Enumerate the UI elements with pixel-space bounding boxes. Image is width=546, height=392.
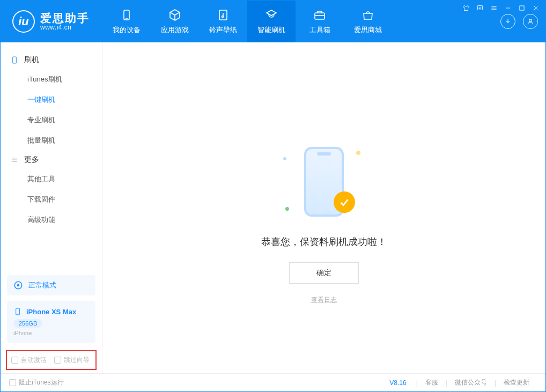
device-name: iPhone XS Max <box>26 308 76 316</box>
footer-link-wechat[interactable]: 微信公众号 <box>447 378 495 387</box>
device-icon <box>120 8 134 22</box>
sidebar-section-more: 更多 <box>1 151 102 169</box>
checkbox-icon <box>54 357 61 364</box>
main-nav: 我的设备 应用游戏 铃声壁纸 智能刷机 工具箱 爱思商城 <box>102 1 392 42</box>
nav-label: 铃声壁纸 <box>209 25 237 35</box>
device-storage: 256GB <box>13 319 42 328</box>
cube-icon <box>168 8 182 22</box>
footer: 阻止iTunes运行 V8.16 | 客服 | 微信公众号 | 检查更新 <box>1 373 545 391</box>
account-button[interactable] <box>523 14 538 29</box>
logo-icon: iu <box>12 10 35 33</box>
nav-tab-toolbox[interactable]: 工具箱 <box>296 1 344 42</box>
nav-label: 智能刷机 <box>257 25 285 35</box>
ok-button[interactable]: 确定 <box>289 262 359 284</box>
menu-icon[interactable] <box>490 4 498 12</box>
main-content: 恭喜您，保资料刷机成功啦！ 确定 查看日志 <box>102 42 545 373</box>
shop-icon <box>361 8 375 22</box>
download-button[interactable] <box>500 14 515 29</box>
toolbox-icon <box>313 8 327 22</box>
svg-rect-14 <box>520 6 524 10</box>
app-logo: iu 爱思助手 www.i4.cn <box>1 1 102 42</box>
nav-tab-apps[interactable]: 应用游戏 <box>151 1 199 42</box>
sidebar-section-flash: 刷机 <box>1 51 102 69</box>
mode-icon <box>13 280 23 290</box>
body: 刷机 iTunes刷机 一键刷机 专业刷机 批量刷机 更多 其他工具 下载固件 … <box>1 42 545 373</box>
sidebar-item-other-tools[interactable]: 其他工具 <box>1 169 102 189</box>
success-message: 恭喜您，保资料刷机成功啦！ <box>261 235 387 248</box>
svg-point-3 <box>222 16 224 18</box>
sidebar-item-onekey-flash[interactable]: 一键刷机 <box>1 90 102 110</box>
view-log-link[interactable]: 查看日志 <box>311 295 337 305</box>
nav-label: 我的设备 <box>113 25 141 35</box>
sidebar: 刷机 iTunes刷机 一键刷机 专业刷机 批量刷机 更多 其他工具 下载固件 … <box>1 42 102 373</box>
nav-label: 应用游戏 <box>161 25 189 35</box>
footer-link-support[interactable]: 客服 <box>418 378 446 387</box>
logo-text: 爱思助手 www.i4.cn <box>40 12 90 31</box>
svg-rect-17 <box>13 57 17 63</box>
close-button[interactable] <box>532 4 540 12</box>
skip-guide-checkbox[interactable]: 跳过向导 <box>54 356 90 365</box>
footer-right: V8.16 | 客服 | 微信公众号 | 检查更新 <box>389 378 537 387</box>
list-icon <box>10 156 19 164</box>
feedback-icon[interactable] <box>476 4 484 12</box>
check-badge-icon <box>334 191 355 213</box>
window-controls <box>462 4 540 12</box>
sidebar-item-download-firmware[interactable]: 下载固件 <box>1 189 102 210</box>
version-label: V8.16 <box>389 379 406 387</box>
sidebar-item-itunes-flash[interactable]: iTunes刷机 <box>1 69 102 90</box>
nav-tab-store[interactable]: 爱思商城 <box>344 1 392 42</box>
nav-tab-device[interactable]: 我的设备 <box>102 1 151 42</box>
svg-rect-4 <box>315 13 324 19</box>
nav-tab-ringtones[interactable]: 铃声壁纸 <box>199 1 247 42</box>
block-itunes-checkbox[interactable]: 阻止iTunes运行 <box>9 378 64 387</box>
nav-label: 工具箱 <box>309 25 330 35</box>
sidebar-item-pro-flash[interactable]: 专业刷机 <box>1 110 102 130</box>
sidebar-section-label: 更多 <box>24 155 39 165</box>
checkbox-icon <box>11 357 18 364</box>
device-card[interactable]: iPhone XS Max 256GB iPhone <box>7 301 95 343</box>
checkbox-label: 跳过向导 <box>64 356 90 365</box>
maximize-button[interactable] <box>518 4 526 12</box>
device-mode-card[interactable]: 正常模式 <box>7 275 95 295</box>
checkbox-label: 阻止iTunes运行 <box>19 378 64 387</box>
minimize-button[interactable] <box>504 4 512 12</box>
svg-point-22 <box>17 284 20 287</box>
app-header: iu 爱思助手 www.i4.cn 我的设备 应用游戏 铃声壁纸 智能刷机 工具… <box>1 1 545 42</box>
nav-tab-flash[interactable]: 智能刷机 <box>247 1 296 42</box>
device-mode-label: 正常模式 <box>28 280 56 290</box>
shirt-icon[interactable] <box>462 4 470 12</box>
app-subtitle: www.i4.cn <box>40 24 90 31</box>
svg-point-6 <box>529 19 532 22</box>
phone-icon <box>13 307 22 316</box>
auto-activate-checkbox[interactable]: 自动激活 <box>11 356 47 365</box>
refresh-icon <box>264 8 278 22</box>
phone-icon <box>10 56 19 64</box>
sidebar-item-batch-flash[interactable]: 批量刷机 <box>1 130 102 151</box>
checkbox-icon <box>9 379 16 386</box>
device-type: iPhone <box>13 330 89 336</box>
sidebar-section-label: 刷机 <box>24 55 39 65</box>
sidebar-item-advanced[interactable]: 高级功能 <box>1 210 102 230</box>
success-illustration <box>281 144 367 219</box>
checkbox-label: 自动激活 <box>21 356 47 365</box>
music-icon <box>216 8 230 22</box>
app-title: 爱思助手 <box>40 12 90 24</box>
flash-options: 自动激活 跳过向导 <box>6 350 97 370</box>
svg-rect-7 <box>477 5 482 10</box>
nav-label: 爱思商城 <box>354 25 382 35</box>
footer-link-update[interactable]: 检查更新 <box>496 378 537 387</box>
